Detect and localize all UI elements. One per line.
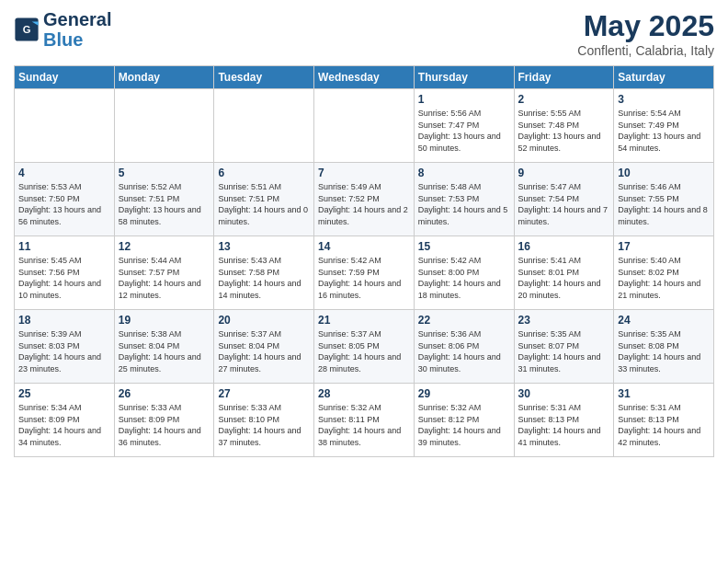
main-container: G General Blue May 2025 Conflenti, Calab… [0,0,728,466]
sunrise-text: Sunrise: 5:37 AM [218,329,281,339]
calendar-cell: 29 Sunrise: 5:32 AM Sunset: 8:12 PM Dayl… [414,384,514,457]
day-number: 24 [618,314,710,327]
sunrise-text: Sunrise: 5:42 AM [418,256,482,265]
day-number: 28 [318,387,410,400]
sunset-text: Sunset: 8:06 PM [418,341,480,350]
calendar-cell: 23 Sunrise: 5:35 AM Sunset: 8:07 PM Dayl… [514,310,614,384]
daylight-text: Daylight: 13 hours and 50 minutes. [418,132,501,153]
sunrise-text: Sunrise: 5:48 AM [418,182,482,191]
sunrise-text: Sunrise: 5:54 AM [618,109,681,118]
calendar-cell: 15 Sunrise: 5:42 AM Sunset: 8:00 PM Dayl… [414,236,514,310]
calendar-cell: 5 Sunrise: 5:52 AM Sunset: 7:51 PM Dayli… [114,163,214,236]
week-row-3: 11 Sunrise: 5:45 AM Sunset: 7:56 PM Dayl… [15,236,714,310]
sunrise-text: Sunrise: 5:52 AM [119,182,182,191]
day-info: Sunrise: 5:44 AM Sunset: 7:57 PM Dayligh… [119,255,210,301]
calendar-cell: 6 Sunrise: 5:51 AM Sunset: 7:51 PM Dayli… [214,163,314,236]
week-row-2: 4 Sunrise: 5:53 AM Sunset: 7:50 PM Dayli… [15,163,714,236]
calendar-cell: 13 Sunrise: 5:43 AM Sunset: 7:58 PM Dayl… [214,236,314,310]
calendar-cell: 27 Sunrise: 5:33 AM Sunset: 8:10 PM Dayl… [214,384,314,457]
title-area: May 2025 Conflenti, Calabria, Italy [577,9,714,58]
sunset-text: Sunset: 8:01 PM [518,268,580,277]
sunset-text: Sunset: 7:48 PM [518,121,580,130]
sunrise-text: Sunrise: 5:56 AM [418,109,482,118]
daylight-text: Daylight: 14 hours and 36 minutes. [119,426,201,447]
weekday-header-row: Sunday Monday Tuesday Wednesday Thursday… [15,66,714,89]
month-title: May 2025 [577,9,714,43]
daylight-text: Daylight: 14 hours and 0 minutes. [218,205,308,226]
calendar-cell: 11 Sunrise: 5:45 AM Sunset: 7:56 PM Dayl… [15,236,115,310]
day-info: Sunrise: 5:54 AM Sunset: 7:49 PM Dayligh… [618,108,710,154]
day-info: Sunrise: 5:42 AM Sunset: 7:59 PM Dayligh… [318,255,410,301]
header-wednesday: Wednesday [314,66,415,89]
day-info: Sunrise: 5:56 AM Sunset: 7:47 PM Dayligh… [418,108,510,154]
sunset-text: Sunset: 8:12 PM [418,415,480,424]
day-number: 4 [18,167,110,179]
calendar-cell: 16 Sunrise: 5:41 AM Sunset: 8:01 PM Dayl… [514,236,614,310]
sunrise-text: Sunrise: 5:34 AM [18,403,82,412]
sunrise-text: Sunrise: 5:45 AM [18,256,82,265]
daylight-text: Daylight: 14 hours and 12 minutes. [119,279,201,300]
calendar-cell [314,89,415,163]
sunset-text: Sunset: 7:59 PM [318,268,380,277]
sunset-text: Sunset: 8:00 PM [418,268,480,277]
sunrise-text: Sunrise: 5:39 AM [18,329,82,339]
sunset-text: Sunset: 8:04 PM [119,341,180,350]
sunset-text: Sunset: 7:47 PM [418,121,480,130]
calendar-cell: 9 Sunrise: 5:47 AM Sunset: 7:54 PM Dayli… [514,163,614,236]
sunrise-text: Sunrise: 5:51 AM [218,182,281,191]
day-number: 25 [18,387,110,400]
day-info: Sunrise: 5:41 AM Sunset: 8:01 PM Dayligh… [518,255,610,301]
daylight-text: Daylight: 14 hours and 23 minutes. [18,352,101,373]
calendar-cell: 19 Sunrise: 5:38 AM Sunset: 8:04 PM Dayl… [114,310,214,384]
calendar-cell: 8 Sunrise: 5:48 AM Sunset: 7:53 PM Dayli… [414,163,514,236]
calendar-table: Sunday Monday Tuesday Wednesday Thursday… [14,65,714,457]
sunrise-text: Sunrise: 5:43 AM [218,256,281,265]
day-number: 17 [618,240,710,253]
sunset-text: Sunset: 7:55 PM [618,194,679,203]
sunset-text: Sunset: 7:52 PM [318,194,380,203]
day-number: 31 [618,387,710,400]
daylight-text: Daylight: 14 hours and 37 minutes. [218,426,301,447]
daylight-text: Daylight: 14 hours and 20 minutes. [518,279,601,300]
sunset-text: Sunset: 8:11 PM [318,415,380,424]
day-info: Sunrise: 5:38 AM Sunset: 8:04 PM Dayligh… [119,328,210,374]
calendar-cell: 31 Sunrise: 5:31 AM Sunset: 8:13 PM Dayl… [614,384,714,457]
sunset-text: Sunset: 7:54 PM [518,194,580,203]
calendar-cell: 22 Sunrise: 5:36 AM Sunset: 8:06 PM Dayl… [414,310,514,384]
sunset-text: Sunset: 8:10 PM [218,415,279,424]
day-info: Sunrise: 5:45 AM Sunset: 7:56 PM Dayligh… [18,255,110,301]
day-info: Sunrise: 5:37 AM Sunset: 8:04 PM Dayligh… [218,328,310,374]
sunrise-text: Sunrise: 5:55 AM [518,109,582,118]
sunset-text: Sunset: 7:51 PM [218,194,279,203]
calendar-cell [214,89,314,163]
daylight-text: Daylight: 14 hours and 16 minutes. [318,279,401,300]
daylight-text: Daylight: 14 hours and 14 minutes. [218,279,301,300]
day-info: Sunrise: 5:35 AM Sunset: 8:07 PM Dayligh… [518,328,610,374]
day-number: 12 [119,240,210,253]
week-row-1: 1 Sunrise: 5:56 AM Sunset: 7:47 PM Dayli… [15,89,714,163]
sunrise-text: Sunrise: 5:49 AM [318,182,381,191]
day-number: 26 [119,387,210,400]
day-number: 18 [18,314,110,327]
sunrise-text: Sunrise: 5:47 AM [518,182,582,191]
day-info: Sunrise: 5:40 AM Sunset: 8:02 PM Dayligh… [618,255,710,301]
day-number: 9 [518,167,610,179]
daylight-text: Daylight: 14 hours and 42 minutes. [618,426,700,447]
sunrise-text: Sunrise: 5:35 AM [518,329,582,339]
sunset-text: Sunset: 8:05 PM [318,341,380,350]
sunrise-text: Sunrise: 5:33 AM [119,403,182,412]
week-row-5: 25 Sunrise: 5:34 AM Sunset: 8:09 PM Dayl… [15,384,714,457]
day-info: Sunrise: 5:49 AM Sunset: 7:52 PM Dayligh… [318,181,410,227]
daylight-text: Daylight: 14 hours and 10 minutes. [18,279,101,300]
sunrise-text: Sunrise: 5:32 AM [418,403,482,412]
day-info: Sunrise: 5:47 AM Sunset: 7:54 PM Dayligh… [518,181,610,227]
daylight-text: Daylight: 14 hours and 27 minutes. [218,352,301,373]
calendar-cell: 10 Sunrise: 5:46 AM Sunset: 7:55 PM Dayl… [614,163,714,236]
day-number: 1 [418,93,510,106]
calendar-cell: 24 Sunrise: 5:35 AM Sunset: 8:08 PM Dayl… [614,310,714,384]
day-info: Sunrise: 5:31 AM Sunset: 8:13 PM Dayligh… [618,402,710,448]
sunrise-text: Sunrise: 5:32 AM [318,403,381,412]
calendar-cell: 1 Sunrise: 5:56 AM Sunset: 7:47 PM Dayli… [414,89,514,163]
daylight-text: Daylight: 14 hours and 30 minutes. [418,352,501,373]
day-number: 14 [318,240,410,253]
